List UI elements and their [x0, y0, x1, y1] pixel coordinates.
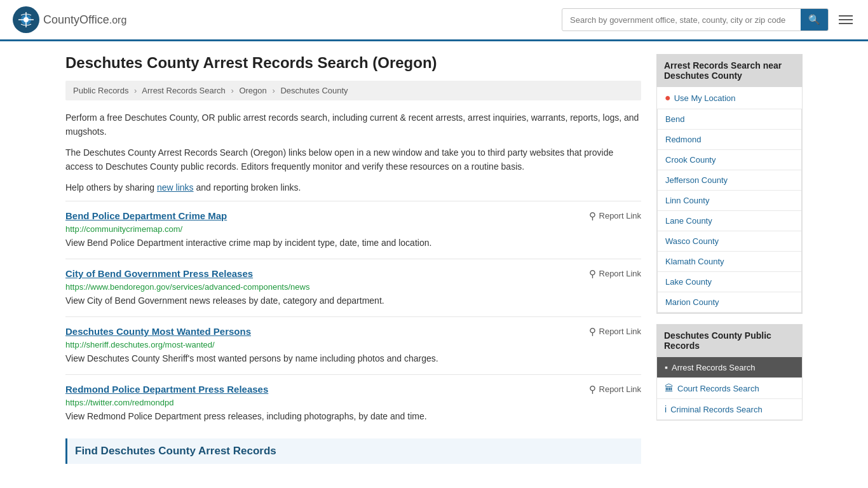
nearby-link-item: Crook County — [658, 150, 801, 170]
result-item: Bend Police Department Crime Map ⚲ Repor… — [65, 201, 641, 259]
sidebar-nearby-title: Arrest Records Search near Deschutes Cou… — [656, 54, 803, 87]
result-url-2[interactable]: http://sheriff.deschutes.org/most-wanted… — [65, 340, 641, 349]
result-title-1[interactable]: City of Bend Government Press Releases — [65, 268, 253, 279]
record-link-item: 🏛Court Records Search — [657, 378, 802, 399]
content-area: Deschutes County Arrest Records Search (… — [65, 54, 641, 464]
use-my-location[interactable]: ● Use My Location — [657, 87, 802, 109]
record-icon: 🏛 — [665, 383, 674, 393]
result-header: City of Bend Government Press Releases ⚲… — [65, 268, 641, 280]
report-icon: ⚲ — [589, 384, 596, 395]
logo-icon — [13, 6, 39, 33]
result-url-3[interactable]: https://twitter.com/redmondpd — [65, 398, 641, 407]
breadcrumb-current: Deschutes County — [280, 86, 348, 95]
record-link-0[interactable]: ▪Arrest Records Search — [657, 357, 802, 377]
page-title: Deschutes County Arrest Records Search (… — [65, 54, 641, 72]
breadcrumb-public-records[interactable]: Public Records — [73, 86, 128, 95]
result-url-1[interactable]: https://www.bendoregon.gov/services/adva… — [65, 282, 641, 292]
new-links-link[interactable]: new links — [157, 182, 194, 193]
sidebar: Arrest Records Search near Deschutes Cou… — [656, 54, 803, 464]
sidebar-records-title: Deschutes County Public Records — [656, 324, 803, 357]
breadcrumb-oregon[interactable]: Oregon — [239, 86, 266, 95]
result-desc-3: View Redmond Police Department press rel… — [65, 410, 641, 423]
nearby-link-item: Marion County — [658, 292, 801, 313]
result-desc-1: View City of Bend Government news releas… — [65, 294, 641, 308]
nearby-link-item: Redmond — [658, 130, 801, 150]
record-link-item: iCriminal Records Search — [657, 399, 802, 420]
nearby-link-item: Jefferson County — [658, 170, 801, 191]
location-icon: ● — [665, 92, 671, 104]
breadcrumb: Public Records › Arrest Records Search ›… — [65, 81, 641, 100]
nearby-link-5[interactable]: Lane County — [658, 211, 801, 231]
report-icon: ⚲ — [589, 268, 596, 280]
nearby-link-item: Klamath County — [658, 252, 801, 272]
report-link-1[interactable]: ⚲ Report Link — [589, 268, 641, 280]
result-header: Bend Police Department Crime Map ⚲ Repor… — [65, 210, 641, 222]
record-icon: ▪ — [665, 362, 668, 372]
nearby-link-0[interactable]: Bend — [658, 109, 801, 129]
description-3: Help others by sharing new links and rep… — [65, 180, 641, 194]
nearby-link-item: Lane County — [658, 211, 801, 231]
logo-text: CountyOffice.org — [43, 13, 126, 27]
result-item: City of Bend Government Press Releases ⚲… — [65, 259, 641, 316]
record-link-1[interactable]: 🏛Court Records Search — [657, 378, 802, 398]
record-icon: i — [665, 404, 667, 414]
results-container: Bend Police Department Crime Map ⚲ Repor… — [65, 201, 641, 432]
report-link-3[interactable]: ⚲ Report Link — [589, 384, 641, 395]
result-header: Deschutes County Most Wanted Persons ⚲ R… — [65, 326, 641, 337]
report-link-2[interactable]: ⚲ Report Link — [589, 326, 641, 337]
description-2: The Deschutes County Arrest Records Sear… — [65, 146, 641, 174]
result-desc-2: View Deschutes County Sheriff's most wan… — [65, 352, 641, 365]
header-right: 🔍 — [562, 8, 855, 31]
result-url-0[interactable]: http://communitycrimemap.com/ — [65, 224, 641, 234]
nearby-link-3[interactable]: Jefferson County — [658, 170, 801, 190]
nearby-link-item: Linn County — [658, 191, 801, 211]
report-link-0[interactable]: ⚲ Report Link — [589, 210, 641, 222]
find-section-heading: Find Deschutes County Arrest Records — [65, 438, 641, 464]
nearby-link-6[interactable]: Wasco County — [658, 231, 801, 251]
search-bar: 🔍 — [562, 8, 829, 31]
report-icon: ⚲ — [589, 210, 596, 222]
nearby-link-item: Wasco County — [658, 231, 801, 252]
result-header: Redmond Police Department Press Releases… — [65, 384, 641, 395]
nearby-link-4[interactable]: Linn County — [658, 191, 801, 210]
description-1: Perform a free Deschutes County, OR publ… — [65, 111, 641, 139]
main-container: Deschutes County Arrest Records Search (… — [53, 41, 815, 477]
report-icon: ⚲ — [589, 326, 596, 337]
result-title-2[interactable]: Deschutes County Most Wanted Persons — [65, 326, 251, 337]
result-title-0[interactable]: Bend Police Department Crime Map — [65, 210, 227, 221]
logo-suffix: .org — [109, 15, 127, 25]
nearby-link-1[interactable]: Redmond — [658, 130, 801, 149]
record-link-item: ▪Arrest Records Search — [657, 357, 802, 378]
search-input[interactable] — [562, 10, 801, 30]
result-item: Deschutes County Most Wanted Persons ⚲ R… — [65, 316, 641, 374]
breadcrumb-arrest-records[interactable]: Arrest Records Search — [142, 86, 226, 95]
header: CountyOffice.org 🔍 — [0, 0, 868, 41]
result-title-3[interactable]: Redmond Police Department Press Releases — [65, 384, 268, 395]
nearby-link-item: Bend — [658, 109, 801, 130]
nearby-link-9[interactable]: Marion County — [658, 292, 801, 312]
nearby-links-list: BendRedmondCrook CountyJefferson CountyL… — [657, 109, 802, 313]
logo-name: CountyOffice — [43, 13, 109, 26]
search-button[interactable]: 🔍 — [801, 9, 828, 30]
record-link-2[interactable]: iCriminal Records Search — [657, 399, 802, 419]
menu-icon[interactable] — [836, 13, 855, 27]
records-links-list: ▪Arrest Records Search🏛Court Records Sea… — [656, 357, 803, 421]
nearby-link-7[interactable]: Klamath County — [658, 252, 801, 271]
result-item: Redmond Police Department Press Releases… — [65, 374, 641, 432]
nearby-link-2[interactable]: Crook County — [658, 150, 801, 170]
result-desc-0: View Bend Police Department interactive … — [65, 236, 641, 250]
logo-area: CountyOffice.org — [13, 6, 126, 33]
nearby-link-8[interactable]: Lake County — [658, 272, 801, 292]
nearby-link-item: Lake County — [658, 272, 801, 292]
